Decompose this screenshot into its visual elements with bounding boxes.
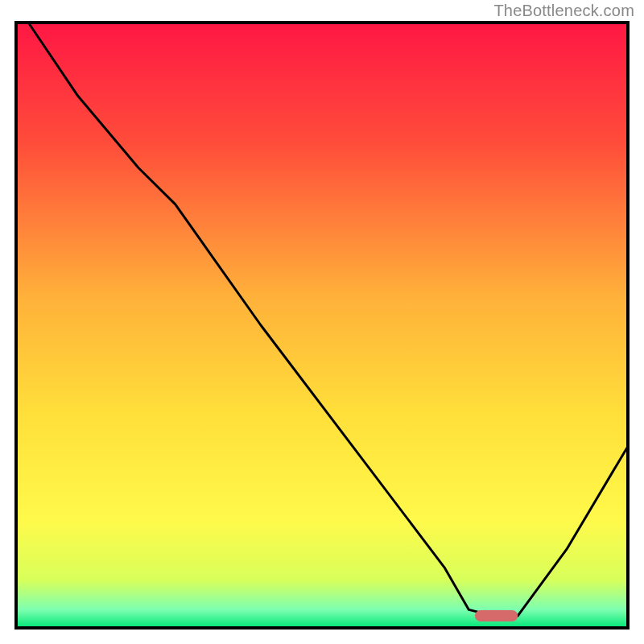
- bottleneck-chart: [0, 0, 644, 644]
- chart-container: TheBottleneck.com: [0, 0, 644, 644]
- watermark-text: TheBottleneck.com: [493, 2, 634, 20]
- optimal-range-marker: [475, 610, 518, 621]
- gradient-background: [16, 23, 628, 628]
